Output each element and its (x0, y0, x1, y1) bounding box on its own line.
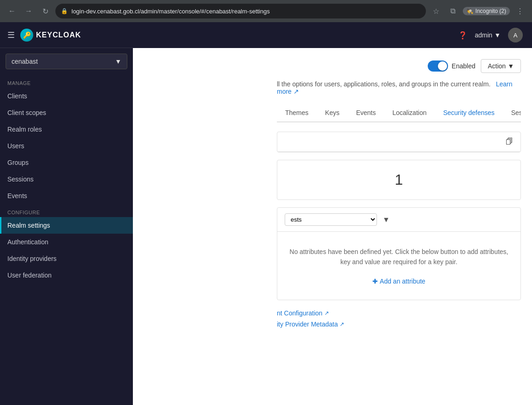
sidebar-item-label: Realm settings (7, 222, 50, 229)
attributes-section: ests ▼ No attributes have been defined y… (277, 207, 521, 300)
tab-sessions[interactable]: Sessions (503, 104, 521, 122)
app-container: ☰ 🔑 KEYCLOAK cenabast ▼ Manage Clients C… (0, 22, 532, 405)
tab-label: Events (356, 109, 376, 116)
forward-button[interactable]: → (22, 5, 35, 18)
metadata-link[interactable]: ity Provider Metadata ↗ (277, 320, 521, 328)
bookmark-button[interactable]: ☆ (430, 5, 442, 18)
section-number: 1 (277, 160, 520, 199)
sidebar-item-authentication[interactable]: Authentication (0, 234, 133, 250)
sidebar-item-identity-providers[interactable]: Identity providers (0, 250, 133, 267)
action-button[interactable]: Action ▼ (481, 59, 521, 73)
add-attribute-button[interactable]: ✚ Add an attribute (372, 278, 425, 285)
lock-icon: 🔒 (61, 8, 68, 14)
sidebar-item-sessions[interactable]: Sessions (0, 171, 133, 187)
description-text: ll the options for users, applications, … (277, 80, 490, 88)
help-icon[interactable]: ❓ (458, 31, 467, 40)
main-content: Enabled Action ▼ ll the options for user… (266, 48, 532, 405)
avatar[interactable]: A (508, 28, 523, 42)
bottom-links: nt Configuration ↗ ity Provider Metadata… (277, 309, 521, 328)
sidebar-item-groups[interactable]: Groups (0, 154, 133, 171)
sidebar-item-label: User federation (7, 272, 52, 279)
attributes-empty-text: No attributes have been defined yet. Cli… (288, 247, 509, 267)
admin-dropdown-icon: ▼ (494, 31, 501, 39)
reload-button[interactable]: ↻ (39, 5, 52, 18)
enabled-toggle[interactable]: Enabled (428, 60, 475, 72)
attributes-header: ests ▼ (277, 208, 520, 232)
sidebar-item-label: Events (7, 192, 27, 199)
sidebar-item-users[interactable]: Users (0, 138, 133, 154)
back-button[interactable]: ← (6, 5, 18, 18)
sidebar-item-label: Authentication (7, 238, 48, 246)
sidebar-item-realm-roles[interactable]: Realm roles (0, 121, 133, 138)
tabs-bar: Themes Keys Events Localization Security… (277, 104, 521, 122)
config-external-icon: ↗ (324, 310, 329, 316)
action-dropdown-icon: ▼ (508, 62, 514, 70)
incognito-badge: 🕵 Incognito (2) (463, 7, 510, 15)
sidebar-item-label: Users (7, 142, 24, 150)
sidebar-item-realm-settings[interactable]: Realm settings (0, 217, 133, 234)
tab-events[interactable]: Events (348, 104, 384, 122)
sidebar-item-label: Sessions (7, 175, 34, 183)
sidebar-item-clients[interactable]: Clients (0, 88, 133, 104)
external-link-icon: ↗ (293, 88, 299, 95)
copy-button[interactable]: 🗍 (506, 138, 513, 146)
sidebar-item-user-federation[interactable]: User federation (0, 267, 133, 284)
tab-label: Keys (325, 109, 340, 116)
realm-selector[interactable]: cenabast ▼ (6, 54, 127, 69)
header-bar: ❓ admin ▼ A (133, 22, 532, 48)
enabled-label: Enabled (452, 62, 475, 70)
config-link-label: nt Configuration (277, 309, 323, 317)
hamburger-icon[interactable]: ☰ (7, 30, 15, 40)
sidebar-item-label: Clients (7, 92, 27, 100)
incognito-label: Incognito (2) (475, 8, 506, 14)
logo-text: KEYCLOAK (36, 31, 81, 39)
sidebar: ☰ 🔑 KEYCLOAK cenabast ▼ Manage Clients C… (0, 22, 133, 405)
config-link[interactable]: nt Configuration ↗ (277, 309, 521, 317)
section-box-header: 🗍 (277, 132, 520, 152)
add-attribute-plus-icon: ✚ (372, 278, 378, 285)
more-options-button[interactable]: ⋮ (514, 5, 526, 18)
logo-icon: 🔑 (20, 29, 33, 42)
sidebar-item-client-scopes[interactable]: Client scopes (0, 104, 133, 121)
realm-description: ll the options for users, applications, … (277, 80, 521, 95)
sidebar-item-events[interactable]: Events (0, 187, 133, 204)
metadata-external-icon: ↗ (340, 321, 344, 327)
tab-localization[interactable]: Localization (384, 104, 435, 122)
tab-themes[interactable]: Themes (277, 104, 317, 122)
sidebar-item-label: Identity providers (7, 255, 57, 262)
metadata-link-label: ity Provider Metadata (277, 320, 338, 328)
browser-chrome: ← → ↻ 🔒 login-dev.cenabast.gob.cl/admin/… (0, 0, 532, 22)
panel-header-row: Enabled Action ▼ (277, 59, 521, 73)
sidebar-header: ☰ 🔑 KEYCLOAK (0, 22, 133, 48)
attributes-dropdown-icon: ▼ (383, 216, 390, 224)
attributes-select[interactable]: ests (285, 213, 377, 226)
tab-label: Themes (285, 109, 309, 116)
configure-section-label: Configure (0, 204, 133, 217)
realm-dropdown-icon: ▼ (115, 58, 121, 65)
action-label: Action (488, 62, 506, 70)
add-attribute-label: Add an attribute (380, 278, 425, 285)
sidebar-item-label: Groups (7, 159, 29, 166)
tab-label: Localization (393, 109, 427, 116)
address-bar[interactable]: 🔒 login-dev.cenabast.gob.cl/admin/master… (55, 4, 426, 18)
sidebar-item-label: Client scopes (7, 109, 46, 116)
tab-switch-button[interactable]: ⧉ (446, 5, 459, 18)
tab-keys[interactable]: Keys (317, 104, 348, 122)
tab-security-defenses[interactable]: Security defenses (435, 104, 502, 122)
toggle-knob (438, 61, 447, 71)
section-box-1: 🗍 (277, 132, 521, 152)
tab-label: Sessions (511, 109, 521, 116)
section-number-box: 1 (277, 160, 521, 200)
tab-label: Security defenses (443, 109, 494, 116)
attributes-empty-message: No attributes have been defined yet. Cli… (277, 232, 520, 300)
sidebar-item-label: Realm roles (7, 126, 42, 133)
manage-section-label: Manage (0, 75, 133, 88)
admin-dropdown[interactable]: admin ▼ (475, 31, 501, 39)
admin-label: admin (475, 31, 492, 39)
url-text: login-dev.cenabast.gob.cl/admin/master/c… (72, 8, 270, 15)
realm-settings-panel: Enabled Action ▼ ll the options for user… (266, 48, 532, 405)
incognito-icon: 🕵 (466, 8, 473, 14)
keycloak-logo: 🔑 KEYCLOAK (20, 29, 81, 42)
avatar-letter: A (514, 32, 518, 39)
toggle-switch[interactable] (428, 60, 448, 72)
